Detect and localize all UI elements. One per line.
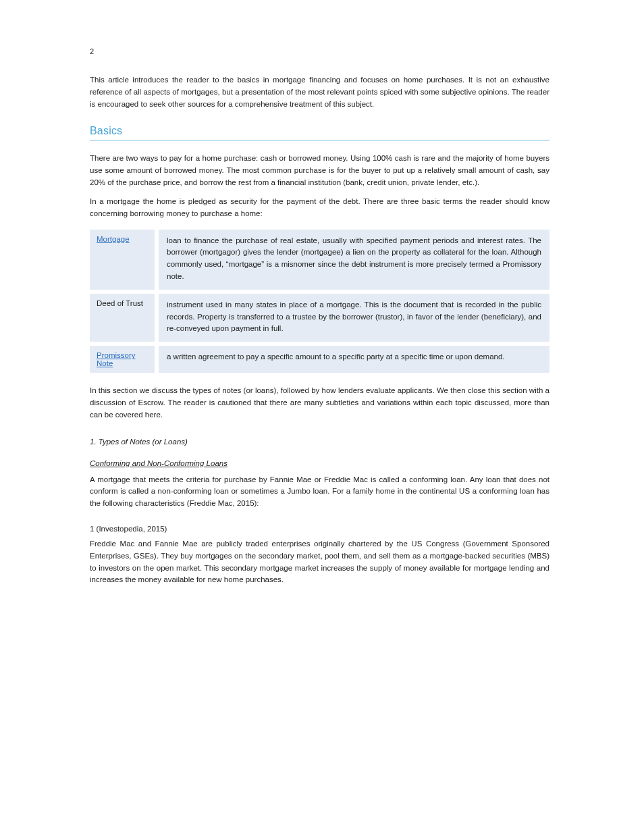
definition-row-promissory-note: Promissory Note a written agreement to p… (90, 346, 549, 373)
definitions-block: Mortgage loan to finance the purchase of… (90, 230, 549, 373)
definition-desc-mortgage: loan to finance the purchase of real est… (159, 230, 549, 290)
basics-paragraph-2: In a mortgage the home is pledged as sec… (90, 196, 549, 220)
definition-desc-promissory-note: a written agreement to pay a specific am… (159, 346, 549, 373)
definition-desc-deed-of-trust: instrument used in many states in place … (159, 294, 549, 342)
page-number: 2 (90, 47, 94, 55)
footnote-citation-body: Freddie Mac and Fannie Mae are publicly … (90, 538, 549, 586)
section-rule (90, 140, 549, 140)
definition-term-promissory-note: Promissory Note (90, 346, 155, 373)
definition-term-link[interactable]: Promissory Note (97, 351, 136, 367)
section-intro-types-of-notes: In this section we discuss the types of … (90, 385, 549, 421)
subheading-conforming-loans: Conforming and Non-Conforming Loans (90, 459, 549, 467)
definition-term-mortgage: Mortgage (90, 230, 155, 290)
definition-term-deed-of-trust: Deed of Trust (90, 294, 155, 342)
definition-row-mortgage: Mortgage loan to finance the purchase of… (90, 230, 549, 290)
section-title-basics: Basics (90, 125, 549, 137)
definition-row-deed-of-trust: Deed of Trust instrument used in many st… (90, 294, 549, 342)
basics-paragraph-1: There are two ways to pay for a home pur… (90, 153, 549, 188)
intro-paragraph: This article introduces the reader to th… (90, 74, 549, 110)
definition-term-text: Deed of Trust (97, 299, 143, 307)
definition-term-link[interactable]: Mortgage (97, 235, 130, 243)
paragraph-conforming-loans: A mortgage that meets the criteria for p… (90, 474, 549, 510)
footnote-citation-title: 1 (Investopedia, 2015) (90, 523, 549, 536)
heading-types-of-notes: 1. Types of Notes (or Loans) (90, 438, 549, 446)
document-page: 2 This article introduces the reader to … (0, 0, 644, 834)
